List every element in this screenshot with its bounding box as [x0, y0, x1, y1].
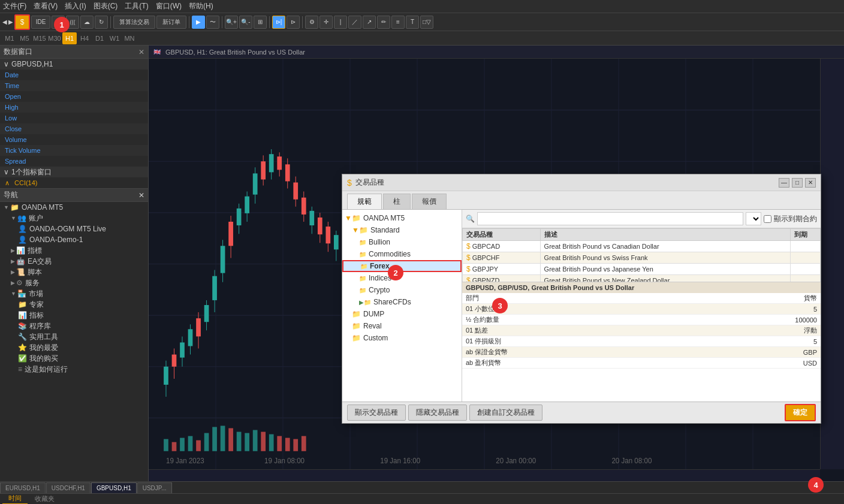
modal-tree-root[interactable]: ▼📁 OANDA MT5	[342, 212, 462, 224]
hide-symbol-button[interactable]: 隱藏交易品種	[408, 405, 467, 421]
vertical-line-button[interactable]: |	[334, 16, 347, 29]
modal-tab-bar[interactable]: 柱	[383, 194, 411, 209]
tab-usdchf[interactable]: USDCHF,H1	[46, 482, 91, 493]
modal-tree-custom[interactable]: 📁 Custom	[342, 332, 462, 344]
zoom-in-button[interactable]: 🔍+	[225, 16, 238, 29]
tree-demo-account[interactable]: 👤 OANDA-Demo-1	[0, 234, 148, 245]
tf-mn[interactable]: MN	[122, 32, 137, 44]
tf-m5[interactable]: M5	[17, 32, 32, 44]
tree-market[interactable]: ▼ 🏪 市場	[0, 288, 148, 299]
tree-favorites[interactable]: ⭐ 我的最爱	[0, 342, 148, 353]
menu-view[interactable]: 查看(V)	[34, 1, 58, 11]
tree-expert[interactable]: 📁 专家	[0, 299, 148, 310]
auto-scroll-button[interactable]: ⊳|	[272, 16, 285, 29]
svg-rect-50	[293, 183, 298, 200]
menu-help[interactable]: 帮助(H)	[189, 1, 213, 11]
modal-tab-spec[interactable]: 規範	[347, 194, 382, 209]
menu-tools[interactable]: 工具(T)	[125, 1, 148, 11]
confirm-button[interactable]: 確定	[785, 404, 816, 421]
modal-tree-standard[interactable]: ▼📁 Standard	[342, 224, 462, 236]
table-row[interactable]: $GBPNZD Great British Pound vs New Zeala…	[463, 275, 821, 282]
search-dropdown[interactable]	[746, 212, 761, 225]
svg-rect-34	[228, 222, 233, 246]
svg-rect-111	[277, 436, 282, 451]
tab-time[interactable]: 时间	[2, 494, 28, 505]
refresh-button[interactable]: ↻	[95, 16, 108, 29]
dollar-icon: $	[20, 18, 25, 26]
show-expiry-label[interactable]: 顯示到期合約	[764, 214, 817, 224]
modal-tree-commodities[interactable]: 📁 Commodities	[342, 248, 462, 260]
search-input[interactable]	[477, 212, 743, 225]
modal-tree-sharecfds[interactable]: ▶📁 ShareCFDs	[342, 296, 462, 308]
show-expiry-checkbox[interactable]	[764, 215, 771, 223]
grid-button[interactable]: ⊞	[254, 16, 267, 29]
tab-eurusd[interactable]: EURUSD,H1	[0, 482, 46, 493]
modal-close-button[interactable]: ✕	[805, 178, 816, 188]
tree-accounts[interactable]: ▼ 👥 账户	[0, 213, 148, 224]
tree-scripts-label: 脚本	[28, 267, 42, 277]
ray-button[interactable]: ↗	[363, 16, 376, 29]
trend-line-button[interactable]: ／	[348, 16, 361, 29]
tree-indicators[interactable]: ▶ 📊 指標	[0, 245, 148, 256]
modal-tab-quote[interactable]: 報價	[412, 194, 447, 209]
cloud-button[interactable]: ☁	[80, 16, 94, 29]
tf-w1[interactable]: W1	[107, 32, 122, 44]
account-button[interactable]: $	[14, 14, 30, 30]
tree-root[interactable]: ▼ 📁 OANDA MT5	[0, 202, 148, 213]
modal-tree-dump[interactable]: 📁 DUMP	[342, 308, 462, 320]
line-chart-button[interactable]: 〜	[206, 16, 219, 29]
modal-tree-bullion[interactable]: 📁 Bullion	[342, 236, 462, 248]
modal-maximize-button[interactable]: □	[792, 178, 803, 188]
table-row[interactable]: $GBPCAD Great British Pound vs Canadian …	[463, 241, 821, 252]
shapes-button[interactable]: □▽	[420, 16, 433, 29]
menu-file[interactable]: 文件(F)	[3, 1, 26, 11]
tf-h4[interactable]: H4	[77, 32, 92, 44]
zoom-out-button[interactable]: 🔍-	[239, 16, 252, 29]
tf-m30[interactable]: M30	[47, 32, 62, 44]
menu-chart[interactable]: 图表(C)	[94, 1, 118, 11]
modal-minimize-button[interactable]: —	[779, 178, 789, 188]
pen-button[interactable]: ✏	[377, 16, 390, 29]
table-row[interactable]: $GBPJPY Great British Pound vs Japanese …	[463, 264, 821, 275]
tree-ea[interactable]: ▶ 🤖 EA交易	[0, 256, 148, 267]
tf-m1[interactable]: M1	[2, 32, 17, 44]
crosshair-button[interactable]: ✛	[319, 16, 333, 29]
data-window-close[interactable]: ✕	[138, 48, 144, 56]
modal-tree-crypto[interactable]: 📁 Crypto	[342, 284, 462, 296]
tree-scripts[interactable]: ▶ 📜 脚本	[0, 267, 148, 277]
parallel-button[interactable]: ≡	[391, 16, 405, 29]
shift-button[interactable]: ⊳	[287, 16, 300, 29]
new-order-button[interactable]: 新订单	[156, 16, 186, 29]
algo-trading-button[interactable]: 算算法交易	[113, 16, 155, 29]
tree-indicators2[interactable]: 📊 指标	[0, 310, 148, 321]
nav-back-button[interactable]: ◀	[2, 19, 7, 25]
tree-purchases[interactable]: ✅ 我的购买	[0, 353, 148, 364]
tab-favorites[interactable]: 收藏夹	[29, 494, 61, 505]
tree-live-account[interactable]: 👤 OANDA-OGM MT5 Live	[0, 224, 148, 234]
tab-gbpusd[interactable]: GBPUSD,H1	[91, 482, 137, 493]
tree-how-it-works[interactable]: ≡ 这是如何运行	[0, 364, 148, 375]
tab-usdjp[interactable]: USDJP...	[137, 482, 172, 493]
navigator-close[interactable]: ✕	[138, 191, 144, 200]
detail-row: 01 小數位 5	[462, 304, 821, 315]
nav-forward-button[interactable]: ▶	[8, 19, 13, 25]
desc-cell: Great British Pound vs New Zealand Dolla…	[540, 275, 790, 282]
tree-tools[interactable]: 🔧 实用工具	[0, 331, 148, 342]
tree-services[interactable]: ▶ ⚙ 服务	[0, 277, 148, 288]
table-row[interactable]: $GBPCHF Great British Pound vs Swiss Fra…	[463, 252, 821, 264]
tree-library[interactable]: 📚 程序库	[0, 321, 148, 331]
chart-mode-button[interactable]: ▶	[192, 16, 205, 29]
modal-tree-reval[interactable]: 📁 Reval	[342, 320, 462, 332]
create-symbol-button[interactable]: 創建自訂交易品種	[469, 405, 542, 421]
show-symbol-button[interactable]: 顯示交易品種	[347, 405, 406, 421]
ide-button[interactable]: IDE	[31, 16, 50, 29]
data-row-close: Close	[0, 123, 148, 134]
tf-h1[interactable]: H1	[62, 32, 77, 44]
text-button[interactable]: T	[406, 16, 419, 29]
tf-m15[interactable]: M15	[32, 32, 47, 44]
settings-button[interactable]: ⚙	[305, 16, 318, 29]
menu-window[interactable]: 窗口(W)	[156, 1, 182, 11]
tf-d1[interactable]: D1	[92, 32, 107, 44]
menu-insert[interactable]: 插入(I)	[65, 1, 86, 11]
symbol-dialog: $ 交易品種 — □ ✕ 規範 柱 報價 ▼📁 OANDA MT5	[342, 174, 821, 424]
